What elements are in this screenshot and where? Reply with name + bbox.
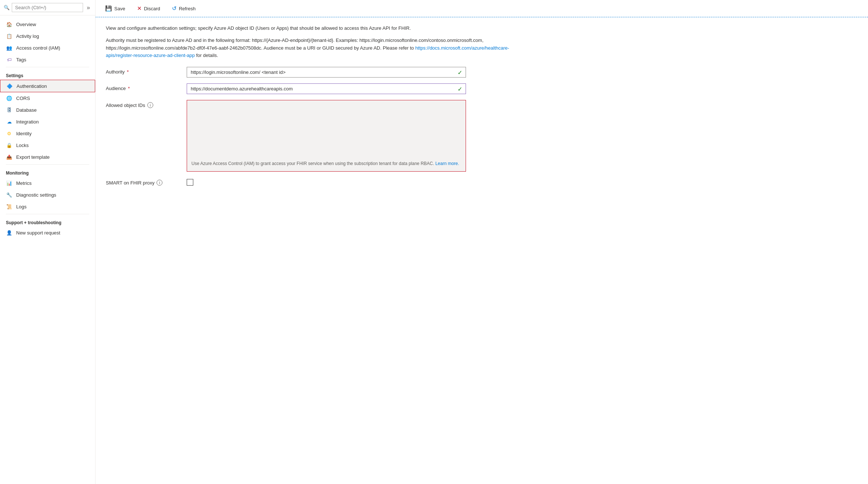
sidebar-item-integration[interactable]: ☁ Integration [0, 116, 95, 128]
sidebar-item-new-support-request[interactable]: 👤 New support request [0, 227, 95, 239]
save-icon: 💾 [105, 5, 112, 12]
locks-icon: 🔒 [6, 142, 12, 148]
allowed-object-ids-row: Allowed object IDs i Use Azure Access Co… [106, 100, 858, 172]
discard-button[interactable]: ✕ Discard [135, 4, 162, 13]
audience-row: Audience * ✓ [106, 83, 858, 94]
audience-required: * [128, 86, 130, 91]
refresh-button[interactable]: ↺ Refresh [170, 4, 198, 13]
refresh-icon: ↺ [172, 5, 177, 12]
sidebar-item-metrics[interactable]: 📊 Metrics [0, 177, 95, 189]
smart-fhir-row: SMART on FHIR proxy i [106, 178, 858, 186]
authentication-icon: 🔷 [6, 83, 13, 89]
form-section: Authority * ✓ Audience * ✓ [106, 67, 858, 186]
integration-icon: ☁ [6, 118, 12, 125]
discard-icon: ✕ [137, 5, 142, 12]
sidebar-item-overview[interactable]: 🏠 Overview [0, 18, 95, 30]
authority-row: Authority * ✓ [106, 67, 858, 78]
sidebar-item-tags[interactable]: 🏷 Tags [0, 54, 95, 65]
metrics-icon: 📊 [6, 180, 12, 186]
toolbar: 💾 Save ✕ Discard ↺ Refresh [96, 0, 868, 17]
support-section-header: Support + troubleshooting [0, 216, 95, 227]
authority-input[interactable] [187, 67, 466, 78]
sidebar-item-locks[interactable]: 🔒 Locks [0, 139, 95, 151]
sidebar-item-label: Authentication [17, 83, 47, 89]
sidebar-item-label: Tags [16, 57, 26, 62]
divider-support [6, 214, 89, 214]
allowed-object-ids-label: Allowed object IDs i [106, 100, 179, 108]
sidebar-item-label: CORS [16, 96, 30, 101]
support-icon: 👤 [6, 229, 12, 236]
authority-input-wrapper: ✓ [187, 67, 466, 78]
export-template-icon: 📤 [6, 154, 12, 160]
divider-monitoring [6, 164, 89, 165]
sidebar-item-label: Overview [16, 22, 36, 27]
save-button[interactable]: 💾 Save [103, 4, 128, 13]
sidebar-item-label: Activity log [16, 33, 39, 39]
sidebar-item-label: Locks [16, 143, 29, 148]
sidebar: 🔍 » 🏠 Overview 📋 Activity log 👥 Access c… [0, 0, 96, 484]
save-label: Save [114, 6, 125, 11]
audience-input[interactable] [187, 83, 466, 94]
overview-icon: 🏠 [6, 21, 12, 28]
search-area: 🔍 » [0, 0, 95, 15]
diagnostic-icon: 🔧 [6, 191, 12, 198]
audience-check-icon: ✓ [458, 85, 462, 92]
smart-fhir-checkbox-wrapper [187, 179, 193, 186]
sidebar-item-database[interactable]: 🗄 Database [0, 104, 95, 116]
learn-more-link[interactable]: Learn more. [435, 161, 459, 166]
authority-check-icon: ✓ [458, 69, 462, 76]
smart-fhir-label: SMART on FHIR proxy i [106, 178, 179, 186]
audience-input-wrapper: ✓ [187, 83, 466, 94]
sidebar-nav: 🏠 Overview 📋 Activity log 👥 Access contr… [0, 15, 95, 477]
refresh-label: Refresh [179, 6, 196, 11]
collapse-icon[interactable]: » [85, 4, 92, 11]
sidebar-item-label: Integration [16, 119, 39, 125]
settings-section-header: Settings [0, 69, 95, 80]
allowed-object-ids-info-icon[interactable]: i [147, 102, 153, 108]
description-2-suffix: for details. [195, 53, 218, 58]
sidebar-item-authentication[interactable]: 🔷 Authentication [0, 80, 95, 92]
search-icon: 🔍 [4, 5, 10, 10]
sidebar-item-logs[interactable]: 📜 Logs [0, 201, 95, 212]
activity-log-icon: 📋 [6, 33, 12, 39]
sidebar-item-identity[interactable]: ⚙ Identity [0, 128, 95, 139]
monitoring-section-header: Monitoring [0, 166, 95, 177]
sidebar-item-diagnostic-settings[interactable]: 🔧 Diagnostic settings [0, 189, 95, 201]
sidebar-item-activity-log[interactable]: 📋 Activity log [0, 30, 95, 42]
content-area: View and configure authentication settin… [96, 17, 868, 199]
smart-fhir-info-icon[interactable]: i [157, 180, 162, 186]
discard-label: Discard [144, 6, 160, 11]
sidebar-item-access-control[interactable]: 👥 Access control (IAM) [0, 42, 95, 54]
allowed-object-ids-hint: Use Azure Access Control (IAM) to grant … [191, 160, 461, 167]
sidebar-item-label: Diagnostic settings [16, 192, 56, 198]
sidebar-item-label: Access control (IAM) [16, 45, 60, 51]
audience-label: Audience * [106, 83, 179, 91]
cors-icon: 🌐 [6, 95, 12, 101]
sidebar-item-cors[interactable]: 🌐 CORS [0, 92, 95, 104]
allowed-object-ids-textarea[interactable] [191, 105, 461, 156]
identity-icon: ⚙ [6, 130, 12, 137]
sidebar-item-label: New support request [16, 230, 60, 236]
sidebar-item-label: Export template [16, 154, 50, 160]
tags-icon: 🏷 [6, 56, 12, 63]
smart-fhir-checkbox[interactable] [187, 179, 193, 186]
access-control-icon: 👥 [6, 44, 12, 51]
sidebar-item-label: Metrics [16, 180, 32, 186]
divider-settings [6, 67, 89, 67]
description-2: Authority must be registered to Azure AD… [106, 37, 510, 60]
allowed-object-ids-box: Use Azure Access Control (IAM) to grant … [187, 100, 466, 172]
logs-icon: 📜 [6, 203, 12, 210]
sidebar-item-label: Identity [16, 131, 32, 136]
sidebar-item-export-template[interactable]: 📤 Export template [0, 151, 95, 163]
authority-label: Authority * [106, 67, 179, 75]
authority-required: * [127, 69, 129, 75]
search-input[interactable] [12, 3, 83, 12]
database-icon: 🗄 [6, 107, 12, 113]
main-content: 💾 Save ✕ Discard ↺ Refresh View and conf… [96, 0, 868, 484]
sidebar-item-label: Logs [16, 204, 26, 209]
sidebar-item-label: Database [16, 107, 37, 113]
description-1: View and configure authentication settin… [106, 25, 510, 32]
